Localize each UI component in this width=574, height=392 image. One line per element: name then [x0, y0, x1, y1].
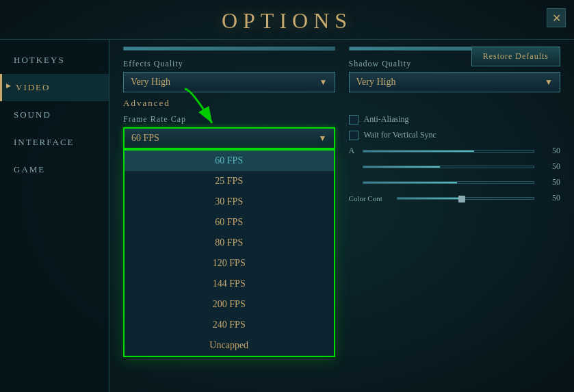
sidebar: HOTKEYS VIDEO SOUND INTERFACE GAME: [0, 40, 109, 392]
anti-aliasing-checkbox[interactable]: Anti-Aliasing: [349, 114, 561, 125]
frame-rate-cap-arrow-icon: ▼: [319, 133, 327, 144]
slider-fill-2: [363, 166, 440, 168]
slider-fill-3: [363, 182, 457, 183]
vertical-sync-label: Wait for Vertical Sync: [364, 130, 436, 140]
frame-rate-option-60fps-1[interactable]: 60 FPS: [125, 151, 334, 171]
frame-rate-section: Frame Rate Cap 60 FPS ▼ 60 FPS 25 FPS 30…: [123, 114, 560, 209]
effects-quality-group: Effects Quality Very High ▼: [123, 59, 335, 92]
frame-rate-option-80fps[interactable]: 80 FPS: [125, 233, 334, 253]
slider-value-1: 50: [540, 146, 560, 156]
color-contrast-bar[interactable]: [397, 197, 535, 200]
slider-letter-1: A: [349, 146, 363, 156]
sidebar-item-video[interactable]: VIDEO: [0, 74, 109, 101]
top-slider-left[interactable]: [123, 47, 335, 51]
restore-defaults-button[interactable]: Restore Defaults: [471, 47, 560, 66]
shadow-quality-arrow-icon: ▼: [545, 77, 553, 88]
color-contrast-fill: [397, 198, 462, 199]
effects-quality-dropdown[interactable]: Very High ▼: [123, 72, 335, 92]
sidebar-item-hotkeys[interactable]: HOTKEYS: [0, 47, 109, 74]
color-contrast-thumb[interactable]: [458, 196, 465, 202]
frame-rate-dropdown-wrapper: 60 FPS ▼ 60 FPS 25 FPS 30 FPS 60 FPS 80 …: [123, 127, 335, 149]
slider-row-2: 50: [349, 161, 561, 172]
slider-bar-1[interactable]: [363, 150, 535, 153]
color-contrast-value: 50: [540, 193, 560, 203]
frame-rate-option-25fps[interactable]: 25 FPS: [125, 171, 334, 192]
sidebar-item-interface[interactable]: INTERFACE: [0, 129, 109, 156]
effects-quality-arrow-icon: ▼: [319, 77, 328, 88]
effects-quality-value: Very High: [131, 77, 170, 88]
shadow-quality-dropdown[interactable]: Very High ▼: [349, 72, 561, 92]
frame-rate-option-240fps[interactable]: 240 FPS: [125, 315, 334, 335]
slider-row-1: A 50: [349, 146, 561, 156]
close-button[interactable]: ✕: [547, 8, 566, 27]
frame-rate-option-120fps[interactable]: 120 FPS: [125, 253, 334, 274]
anti-aliasing-label: Anti-Aliasing: [364, 114, 409, 125]
slider-row-3: 50: [349, 177, 561, 187]
sidebar-item-sound[interactable]: SOUND: [0, 101, 109, 129]
frame-rate-cap-dropdown[interactable]: 60 FPS ▼: [123, 127, 335, 149]
frame-rate-option-60fps-2[interactable]: 60 FPS: [125, 212, 334, 233]
slider-bar-2[interactable]: [363, 166, 535, 168]
main-layout: HOTKEYS VIDEO SOUND INTERFACE GAME Resto…: [0, 40, 574, 392]
vertical-sync-checkbox[interactable]: Wait for Vertical Sync: [349, 130, 561, 140]
frame-rate-cap-label: Frame Rate Cap: [123, 114, 335, 125]
sliders-section: A 50 50: [349, 146, 561, 187]
frame-rate-option-uncapped[interactable]: Uncapped: [125, 335, 334, 356]
slider-value-2: 50: [540, 161, 560, 172]
frame-rate-option-30fps[interactable]: 30 FPS: [125, 192, 334, 212]
frame-rate-option-144fps[interactable]: 144 FPS: [125, 274, 334, 294]
header: OPTIONS ✕: [0, 0, 574, 40]
shadow-quality-value: Very High: [356, 77, 396, 88]
frame-rate-cap-menu: 60 FPS 25 FPS 30 FPS 60 FPS 80 FPS 120 F…: [123, 149, 335, 357]
content-area: Restore Defaults Effects Quality Very Hi…: [109, 40, 574, 392]
color-contrast-row: Color Cont 50: [349, 193, 561, 203]
slider-bar-3[interactable]: [363, 181, 535, 184]
color-contrast-label: Color Cont: [349, 194, 397, 202]
effects-quality-label: Effects Quality: [123, 59, 335, 69]
color-contrast-section: Color Cont 50: [349, 193, 561, 203]
advanced-options-right: Anti-Aliasing Wait for Vertical Sync A 5…: [349, 114, 561, 209]
slider-value-3: 50: [540, 177, 560, 187]
frame-rate-option-200fps[interactable]: 200 FPS: [125, 294, 334, 315]
slider-fill-1: [363, 151, 474, 152]
page-title: OPTIONS: [222, 8, 352, 33]
frame-rate-cap-group: Frame Rate Cap 60 FPS ▼ 60 FPS 25 FPS 30…: [123, 114, 335, 209]
vertical-sync-checkbox-box[interactable]: [349, 131, 358, 140]
frame-rate-cap-value: 60 FPS: [131, 133, 159, 144]
advanced-section-label: Advanced: [123, 98, 560, 109]
anti-aliasing-checkbox-box[interactable]: [349, 115, 358, 125]
sidebar-item-game[interactable]: GAME: [0, 156, 109, 183]
